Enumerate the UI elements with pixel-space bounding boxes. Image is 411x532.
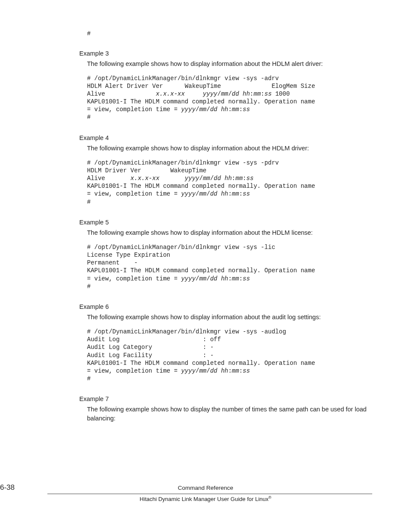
example-5-heading: Example 5 <box>79 219 372 226</box>
example-4-intro: The following example shows how to displ… <box>87 144 372 153</box>
code-line: = view, completion time = yyyy/mm/dd hh:… <box>87 367 250 374</box>
example-4-code: # /opt/DynamicLinkManager/bin/dlnkmgr vi… <box>87 159 372 206</box>
footer-divider <box>47 494 372 494</box>
code-line: KAPL01001-I The HDLM command completed n… <box>87 183 315 190</box>
example-4-heading: Example 4 <box>79 134 372 141</box>
page-number: 6-38 <box>0 483 47 492</box>
example-7-intro: The following example shows how to displ… <box>87 405 372 423</box>
page-footer: 6-38 Command Reference Hitachi Dynamic L… <box>0 483 411 502</box>
code-line: # <box>87 199 90 205</box>
code-line: HDLM Alert Driver Ver WakeupTime ElogMem… <box>87 83 315 90</box>
code-line: = view, completion time = yyyy/mm/dd hh:… <box>87 275 250 282</box>
code-line: # /opt/DynamicLinkManager/bin/dlnkmgr vi… <box>87 244 275 251</box>
example-7-heading: Example 7 <box>79 395 372 402</box>
code-line: KAPL01001-I The HDLM command completed n… <box>87 98 315 105</box>
code-line: # <box>87 375 90 382</box>
code-block-prev-tail: # <box>87 30 372 38</box>
footer-subtitle: Hitachi Dynamic Link Manager User Guide … <box>0 495 411 502</box>
registered-icon: ® <box>268 495 271 500</box>
code-line: # /opt/DynamicLinkManager/bin/dlnkmgr vi… <box>87 75 279 82</box>
code-line: Permanent - <box>87 259 138 266</box>
code-line: KAPL01001-I The HDLM command completed n… <box>87 360 315 367</box>
example-6-heading: Example 6 <box>79 303 372 310</box>
code-line: Audit Log Facility : - <box>87 352 214 359</box>
code-line: KAPL01001-I The HDLM command completed n… <box>87 267 315 274</box>
example-5-code: # /opt/DynamicLinkManager/bin/dlnkmgr vi… <box>87 243 372 290</box>
example-5-intro: The following example shows how to displ… <box>87 228 372 237</box>
example-3-code: # /opt/DynamicLinkManager/bin/dlnkmgr vi… <box>87 75 372 121</box>
code-line: Alive x.x.x-xx yyyy/mm/dd hh:mm:ss <box>87 175 254 182</box>
code-line: Audit Log Category : - <box>87 344 214 351</box>
code-line: # <box>87 283 90 290</box>
footer-row: 6-38 Command Reference <box>0 483 411 493</box>
example-3-intro: The following example shows how to displ… <box>87 59 372 68</box>
code-line: Alive x.x.x-xx yyyy/mm/dd hh:mm:ss 1000 <box>87 90 290 97</box>
example-6-intro: The following example shows how to displ… <box>87 313 372 322</box>
code-line: # <box>87 114 90 121</box>
code-line: = view, completion time = yyyy/mm/dd hh:… <box>87 106 250 113</box>
example-6-code: # /opt/DynamicLinkManager/bin/dlnkmgr vi… <box>87 328 372 383</box>
code-line: Audit Log : off <box>87 336 221 343</box>
code-line: # /opt/DynamicLinkManager/bin/dlnkmgr vi… <box>87 328 286 335</box>
code-line: # /opt/DynamicLinkManager/bin/dlnkmgr vi… <box>87 159 279 166</box>
page-content: # Example 3 The following example shows … <box>0 0 411 466</box>
code-line: # <box>87 30 90 37</box>
footer-title: Command Reference <box>47 485 364 491</box>
code-line: HDLM Driver Ver WakeupTime <box>87 167 206 174</box>
example-3-heading: Example 3 <box>79 50 372 57</box>
code-line: = view, completion time = yyyy/mm/dd hh:… <box>87 190 250 197</box>
code-line: License Type Expiration <box>87 252 170 258</box>
